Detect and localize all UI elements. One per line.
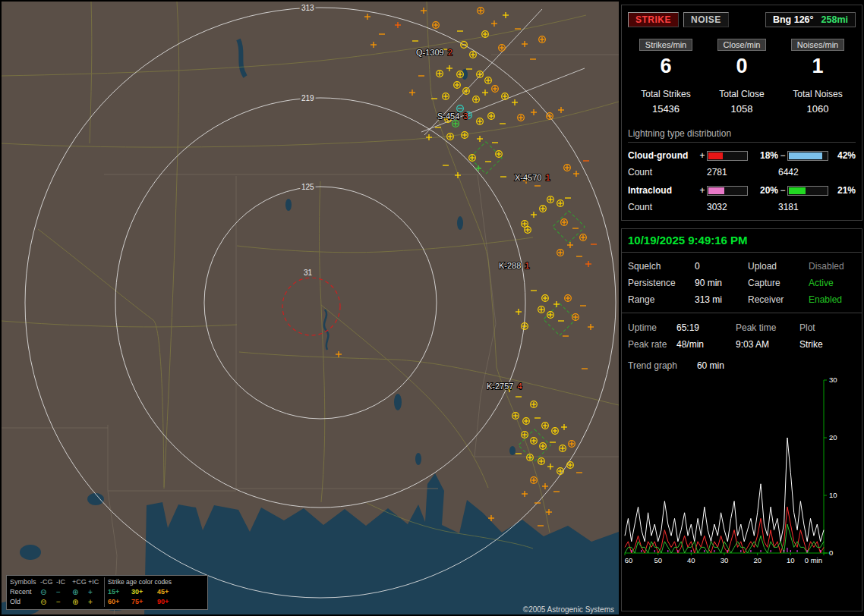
receiver-status: Enabled — [809, 294, 856, 305]
total-close: Total Close 1058 — [704, 89, 780, 115]
total-strikes: Total Strikes 15436 — [628, 89, 704, 115]
map-canvas[interactable]: 31321912531Q-13092S-4543X-45701K-2881K-2… — [2, 2, 619, 614]
capture-status: Active — [809, 278, 856, 288]
persistence-label: Persistence — [628, 278, 695, 288]
strikes-per-min-label: Strikes/min — [639, 39, 692, 51]
age-60-label: 60+ — [104, 597, 131, 607]
legend-symbols-label: Symbols — [10, 577, 40, 587]
cg-positive-old-icon: ⊕ — [72, 597, 88, 607]
ic-negative-bar — [787, 186, 828, 196]
receiver-label: Receiver — [748, 294, 809, 305]
plus-sign: + — [698, 150, 707, 161]
legend-age-title: Strike age color codes — [104, 577, 183, 587]
ic-positive-recent-icon: + — [88, 587, 104, 597]
total-close-value: 1058 — [704, 103, 780, 115]
squelch-value: 0 — [695, 261, 748, 272]
mode-button-row: STRIKE NOISE Bng 126° 258mi — [628, 12, 856, 27]
minus-sign: − — [778, 150, 787, 161]
plot-value: Strike — [799, 339, 856, 350]
plot-label: Plot — [799, 322, 856, 333]
cg-positive-bar — [707, 151, 748, 161]
status-panel: STRIKE NOISE Bng 126° 258mi Strikes/min … — [621, 0, 862, 616]
copyright-text: ©2005 Astrogenic Systems — [523, 605, 614, 614]
age-45-label: 45+ — [157, 587, 183, 597]
range-ring-label: 219 — [301, 94, 314, 102]
legend-col-ic-pos: +IC — [88, 577, 104, 587]
intracloud-label: Intracloud — [628, 185, 698, 196]
uptime-grid: Uptime 65:19 Peak time Plot Peak rate 48… — [622, 313, 862, 353]
range-value: 313 mi — [695, 294, 748, 305]
alarm-ring-label: 31 — [304, 269, 313, 277]
storm-cell-label: S-4543 — [437, 112, 468, 121]
legend-old-label: Old — [10, 597, 40, 607]
upload-label: Upload — [748, 261, 809, 272]
cg-count-label: Count — [628, 167, 707, 178]
strike-button[interactable]: STRIKE — [628, 12, 679, 27]
svg-text:40: 40 — [687, 556, 695, 564]
range-ring-label: 125 — [301, 183, 314, 191]
map-legend: Symbols -CG -IC +CG +IC Strike age color… — [6, 575, 208, 610]
strikes-per-min: Strikes/min 6 — [628, 39, 704, 78]
cloud-ground-row: Cloud-ground + 18% − 42% — [628, 150, 856, 161]
close-per-min-label: Close/min — [717, 39, 767, 51]
strikes-per-min-value: 6 — [628, 55, 704, 78]
close-per-min: Close/min 0 — [704, 39, 780, 78]
svg-text:0 min: 0 min — [805, 556, 822, 564]
distribution-title: Lightning type distribution — [628, 128, 856, 143]
ic-negative-recent-icon: − — [56, 587, 72, 597]
legend-recent-label: Recent — [10, 587, 40, 597]
ic-positive-count: 3032 — [707, 202, 778, 212]
ic-positive-bar — [707, 186, 748, 196]
cg-negative-count: 6442 — [778, 167, 856, 178]
svg-text:10: 10 — [787, 556, 795, 564]
peak-rate-value: 48/min — [676, 339, 736, 350]
system-status-box: 10/19/2025 9:49:16 PM Squelch 0 Upload D… — [621, 228, 862, 611]
intracloud-count-row: Count 3032 3181 — [628, 202, 856, 212]
range-label: Range — [628, 294, 695, 305]
cg-negative-recent-icon: ⊖ — [40, 587, 56, 597]
totals-row: Total Strikes 15436 Total Close 1058 Tot… — [628, 89, 856, 115]
capture-label: Capture — [748, 278, 809, 288]
ic-count-label: Count — [628, 202, 707, 212]
close-per-min-value: 0 — [704, 55, 780, 78]
svg-text:0: 0 — [829, 548, 833, 557]
total-noises-value: 1060 — [780, 103, 856, 115]
svg-text:60: 60 — [625, 556, 633, 564]
age-90-label: 90+ — [157, 597, 183, 607]
noise-button[interactable]: NOISE — [683, 12, 729, 27]
cg-negative-pct: 42% — [830, 150, 856, 161]
ic-negative-count: 3181 — [778, 202, 856, 212]
bearing-display: Bng 126° 258mi — [765, 12, 856, 27]
ic-positive-pct: 20% — [749, 185, 778, 196]
storm-cell-label: X-45701 — [515, 173, 550, 182]
total-noises: Total Noises 1060 — [780, 89, 856, 115]
cloud-ground-label: Cloud-ground — [628, 150, 698, 161]
total-strikes-value: 15436 — [628, 103, 704, 115]
cloud-ground-count-row: Count 2781 6442 — [628, 167, 856, 178]
storm-cell-label: K-2881 — [499, 261, 529, 270]
cg-positive-count: 2781 — [707, 167, 778, 178]
range-ring-label: 313 — [301, 4, 314, 12]
ic-positive-old-icon: + — [88, 597, 104, 607]
svg-text:30: 30 — [829, 376, 837, 384]
upload-status: Disabled — [809, 261, 856, 272]
legend-col-cg-pos: +CG — [72, 577, 88, 587]
svg-text:30: 30 — [721, 556, 729, 564]
settings-grid: Squelch 0 Upload Disabled Persistence 90… — [622, 253, 862, 313]
datetime-display: 10/19/2025 9:49:16 PM — [622, 229, 862, 253]
age-30-label: 30+ — [131, 587, 157, 597]
ic-negative-old-icon: − — [56, 597, 72, 607]
noises-per-min-value: 1 — [780, 55, 856, 78]
bearing-range: 258mi — [821, 14, 848, 25]
peak-rate-label: Peak rate — [628, 339, 676, 350]
legend-col-cg-neg: -CG — [40, 577, 56, 587]
legend-col-ic-neg: -IC — [56, 577, 72, 587]
persistence-value: 90 min — [695, 278, 748, 288]
uptime-label: Uptime — [628, 322, 676, 333]
total-close-label: Total Close — [704, 89, 780, 99]
svg-text:20: 20 — [753, 556, 762, 564]
lightning-map[interactable]: 31321912531Q-13092S-4543X-45701K-2881K-2… — [2, 2, 619, 614]
trend-graph-window: 60 min — [697, 360, 724, 371]
noises-per-min-label: Noises/min — [791, 39, 844, 51]
cg-positive-pct: 18% — [749, 150, 778, 161]
